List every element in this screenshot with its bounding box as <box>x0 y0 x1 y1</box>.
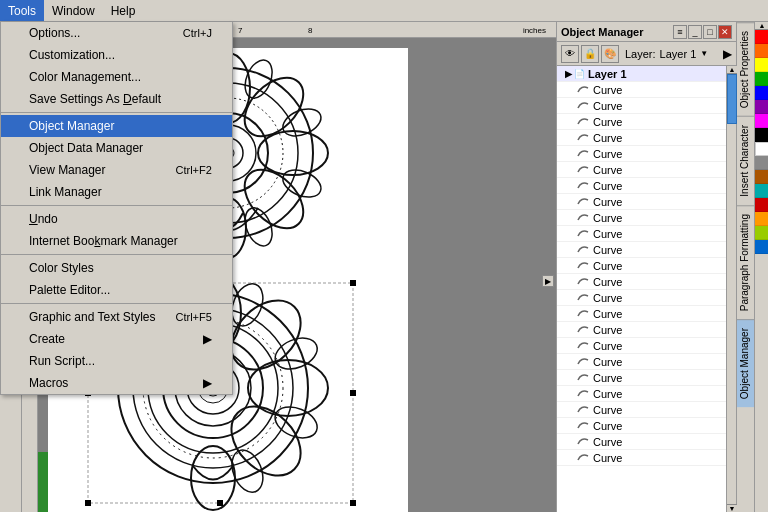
curve-item-10[interactable]: Curve <box>557 242 726 258</box>
color-swatch-lime[interactable] <box>755 226 768 240</box>
svg-rect-38 <box>350 280 356 286</box>
curve-item-21[interactable]: Curve <box>557 418 726 434</box>
color-swatch-magenta[interactable] <box>755 114 768 128</box>
canvas-scroll-right[interactable]: ▶ <box>542 275 554 287</box>
curve-item-20[interactable]: Curve <box>557 402 726 418</box>
obj-manager-close-btn[interactable]: ✕ <box>718 25 732 39</box>
sidebar-tab-insert-character[interactable]: Insert Character <box>737 116 754 205</box>
menu-item-palette-editor[interactable]: Palette Editor... <box>1 279 232 301</box>
curve-item-0[interactable]: Curve <box>557 82 726 98</box>
menu-item-macros[interactable]: Macros ▶ <box>1 372 232 394</box>
menu-help[interactable]: Help <box>103 0 144 21</box>
color-swatch-red[interactable] <box>755 30 768 44</box>
curve-item-9[interactable]: Curve <box>557 226 726 242</box>
menu-item-link-manager[interactable]: Link Manager <box>1 181 232 203</box>
color-swatch-blue[interactable] <box>755 86 768 100</box>
curve-item-8[interactable]: Curve <box>557 210 726 226</box>
ruler-mark-8: 8 <box>308 26 312 35</box>
menu-item-options[interactable]: Options... Ctrl+J <box>1 22 232 44</box>
curve-item-4[interactable]: Curve <box>557 146 726 162</box>
menu-item-graphic-text-styles[interactable]: Graphic and Text Styles Ctrl+F5 <box>1 306 232 328</box>
scroll-down-btn[interactable]: ▼ <box>727 504 737 512</box>
menu-item-run-script[interactable]: Run Script... <box>1 350 232 372</box>
curve-item-17[interactable]: Curve <box>557 354 726 370</box>
svg-point-31 <box>270 401 321 444</box>
layer-dropdown-arrow[interactable]: ▼ <box>700 49 708 58</box>
ruler-mark-7: 7 <box>238 26 242 35</box>
color-swatch-white[interactable] <box>755 142 768 156</box>
color-swatch-yellow[interactable] <box>755 58 768 72</box>
curve-item-5[interactable]: Curve <box>557 162 726 178</box>
obj-manager-expand-btn[interactable]: ▶ <box>723 47 732 61</box>
color-swatch-purple[interactable] <box>755 100 768 114</box>
color-swatch-orange[interactable] <box>755 44 768 58</box>
menu-item-undo[interactable]: Undo <box>1 208 232 230</box>
color-swatch-royal-blue[interactable] <box>755 240 768 254</box>
color-swatch-black[interactable] <box>755 128 768 142</box>
curve-item-13[interactable]: Curve <box>557 290 726 306</box>
color-swatch-brown[interactable] <box>755 170 768 184</box>
header-buttons: ≡ _ □ ✕ <box>673 25 732 39</box>
sidebar-tab-object-properties[interactable]: Object Properties <box>737 22 754 116</box>
menu-item-view-manager[interactable]: View Manager Ctrl+F2 <box>1 159 232 181</box>
right-sidebar: Object Properties Insert Character Parag… <box>736 22 754 512</box>
curve-item-1[interactable]: Curve <box>557 98 726 114</box>
separator-4 <box>1 303 232 304</box>
menu-item-color-management[interactable]: Color Management... <box>1 66 232 88</box>
menu-item-color-styles[interactable]: Color Styles <box>1 257 232 279</box>
obj-scrollbar[interactable]: ▲ ▼ <box>726 66 736 512</box>
sidebar-tab-object-manager[interactable]: Object Manager <box>737 319 754 407</box>
curve-item-3[interactable]: Curve <box>557 130 726 146</box>
curve-item-14[interactable]: Curve <box>557 306 726 322</box>
curve-item-16[interactable]: Curve <box>557 338 726 354</box>
svg-rect-43 <box>350 500 356 506</box>
curve-item-12[interactable]: Curve <box>557 274 726 290</box>
obj-manager-toolbar: 👁 🔒 🎨 Layer: Layer 1 ▼ ▶ <box>557 42 736 66</box>
menu-window[interactable]: Window <box>44 0 103 21</box>
obj-manager-title: Object Manager <box>561 26 644 38</box>
menu-item-object-manager[interactable]: Object Manager <box>1 115 232 137</box>
obj-manager-menu-btn[interactable]: ≡ <box>673 25 687 39</box>
layer-row-arrow: ▶ <box>565 69 572 79</box>
menu-tools[interactable]: Tools <box>0 0 44 21</box>
layer-row-icon: 📄 <box>574 69 585 79</box>
menu-item-create[interactable]: Create ▶ <box>1 328 232 350</box>
curve-item-15[interactable]: Curve <box>557 322 726 338</box>
curve-item-6[interactable]: Curve <box>557 178 726 194</box>
ruler-unit: inches <box>523 26 546 35</box>
obj-show-btn[interactable]: 👁 <box>561 45 579 63</box>
svg-point-33 <box>191 446 235 510</box>
curve-item-23[interactable]: Curve <box>557 450 726 466</box>
color-swatch-gray[interactable] <box>755 156 768 170</box>
color-swatch-green[interactable] <box>755 72 768 86</box>
color-swatch-teal[interactable] <box>755 184 768 198</box>
svg-point-30 <box>270 332 321 375</box>
obj-lock-btn[interactable]: 🔒 <box>581 45 599 63</box>
curve-item-22[interactable]: Curve <box>557 434 726 450</box>
palette-scroll-up[interactable]: ▲ <box>755 22 768 30</box>
curve-item-2[interactable]: Curve <box>557 114 726 130</box>
sidebar-tab-paragraph[interactable]: Paragraph Formatting <box>737 205 754 319</box>
menu-item-save-settings[interactable]: Save Settings As Default <box>1 88 232 110</box>
color-swatch-darkred[interactable] <box>755 198 768 212</box>
curve-item-18[interactable]: Curve <box>557 370 726 386</box>
menu-item-object-data-manager[interactable]: Object Data Manager <box>1 137 232 159</box>
layer-name: Layer 1 <box>660 48 697 60</box>
svg-point-22 <box>218 393 314 489</box>
curve-item-11[interactable]: Curve <box>557 258 726 274</box>
menu-item-internet-bookmark[interactable]: Internet Bookmark Manager <box>1 230 232 252</box>
color-swatch-amber[interactable] <box>755 212 768 226</box>
obj-list[interactable]: ▶ 📄 Layer 1 CurveCurveCurveCurveCurveCur… <box>557 66 726 512</box>
curve-item-19[interactable]: Curve <box>557 386 726 402</box>
scroll-thumb[interactable] <box>727 74 737 124</box>
obj-manager-minimize-btn[interactable]: _ <box>688 25 702 39</box>
scroll-up-btn[interactable]: ▲ <box>727 66 737 74</box>
curve-item-7[interactable]: Curve <box>557 194 726 210</box>
layer-row[interactable]: ▶ 📄 Layer 1 <box>557 66 726 82</box>
separator-2 <box>1 205 232 206</box>
obj-color-btn[interactable]: 🎨 <box>601 45 619 63</box>
svg-point-32 <box>226 445 269 496</box>
separator-1 <box>1 112 232 113</box>
menu-item-customization[interactable]: Customization... <box>1 44 232 66</box>
obj-manager-maximize-btn[interactable]: □ <box>703 25 717 39</box>
